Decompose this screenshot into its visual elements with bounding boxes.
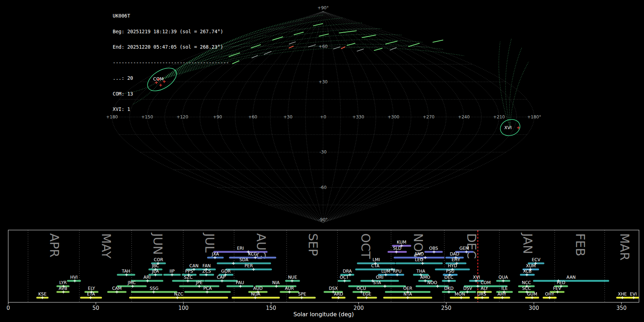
shower-peak-marker [125, 273, 128, 276]
svg-text:ELY: ELY [88, 286, 96, 291]
shower-peak-marker [206, 291, 209, 293]
svg-text:ZCS: ZCS [203, 269, 211, 274]
svg-text:XCB: XCB [523, 269, 532, 274]
shower-peak-marker [171, 273, 174, 276]
shower-peak-marker [146, 279, 149, 282]
svg-text:NDA: NDA [251, 292, 261, 297]
svg-text:-30: -30 [319, 150, 327, 155]
svg-text:OHY: OHY [545, 292, 554, 297]
shower-peak-marker [477, 285, 479, 288]
count-com: COM: 13 [113, 91, 229, 97]
svg-text:AUD: AUD [253, 286, 263, 291]
shower-peak-marker [73, 279, 76, 282]
shower-peak-marker [466, 291, 469, 293]
shower-peak-marker [116, 291, 118, 293]
svg-text:JPE: JPE [196, 280, 203, 285]
svg-text:AND: AND [414, 252, 424, 257]
shower-peak-marker [365, 296, 368, 299]
shower-peak-marker [460, 296, 463, 299]
shower-peak-marker [275, 285, 278, 288]
shower-peak-marker [198, 285, 201, 288]
shower-peak-marker [89, 296, 92, 299]
shower-bar-eri [213, 251, 268, 253]
svg-text:0: 0 [6, 305, 10, 311]
shower-peak-marker [501, 296, 504, 299]
shower-peak-marker [475, 279, 478, 282]
svg-text:GUM: GUM [527, 292, 537, 297]
shower-peak-marker [221, 279, 224, 282]
svg-text:JBC: JBC [151, 263, 159, 268]
svg-text:EGE: EGE [362, 292, 371, 297]
svg-text:NCC: NCC [522, 280, 531, 285]
svg-text:ORI: ORI [376, 275, 384, 280]
shower-peak-marker [384, 285, 386, 288]
svg-text:TAH: TAH [122, 269, 131, 274]
station-id: UK006T [113, 13, 229, 19]
svg-text:ALY: ALY [480, 286, 488, 291]
svg-text:+300: +300 [387, 114, 399, 119]
shower-bar-aan [533, 280, 609, 282]
svg-text:RPU: RPU [393, 269, 401, 274]
shower-bar-leo [395, 263, 443, 264]
svg-text:ERI: ERI [237, 246, 244, 251]
shower-peak-marker [421, 262, 424, 265]
svg-text:NOO: NOO [427, 280, 437, 285]
svg-text:ARI: ARI [143, 275, 151, 280]
svg-text:LMI: LMI [372, 257, 380, 262]
svg-text:JUN: JUN [151, 233, 165, 255]
svg-text:50: 50 [92, 305, 99, 311]
activity-chart: APRMAYJUNJULAUGSEPOCTNOVDECJANFEBMAR0501… [6, 230, 639, 318]
svg-text:NIA: NIA [272, 280, 280, 285]
svg-text:PAU: PAU [236, 280, 244, 285]
svg-text:DEC: DEC [444, 275, 453, 280]
svg-text:THA: THA [416, 269, 425, 274]
shower-peak-marker [531, 296, 533, 299]
svg-text:DSV: DSV [463, 286, 473, 291]
svg-text:GDR: GDR [221, 269, 231, 274]
svg-text:AAN: AAN [566, 275, 576, 280]
svg-text:ETA: ETA [87, 292, 95, 297]
shower-peak-marker [343, 279, 346, 282]
svg-text:KSE: KSE [38, 292, 47, 297]
svg-text:COR: COR [154, 257, 163, 262]
svg-text:OBS: OBS [429, 246, 438, 251]
observation-info: UK006T Beg: 20251219 18:12:39 (sol = 267… [113, 3, 229, 122]
svg-text:SSG: SSG [150, 286, 158, 291]
shower-peak-marker [300, 296, 303, 299]
svg-text:SZC: SZC [184, 275, 192, 280]
svg-text:COM: COM [480, 280, 491, 285]
svg-text:XVI: XVI [504, 125, 512, 130]
shower-peak-marker [526, 273, 528, 276]
svg-text:350: 350 [616, 305, 627, 311]
svg-text:LEO: LEO [415, 257, 424, 262]
svg-text:CAP: CAP [217, 275, 225, 280]
svg-text:XVI: XVI [473, 275, 480, 280]
svg-text:AMO: AMO [420, 275, 430, 280]
svg-text:ILE: ILE [501, 286, 508, 291]
shower-peak-marker [239, 285, 242, 288]
shower-peak-marker [448, 291, 450, 293]
svg-text:+30: +30 [283, 114, 292, 119]
shower-peak-marker [62, 291, 65, 293]
svg-text:AVB: AVB [59, 286, 67, 291]
shower-peak-marker [481, 296, 484, 299]
svg-text:SDA: SDA [239, 257, 249, 262]
svg-text:EHY: EHY [452, 257, 460, 262]
svg-text:JMC: JMC [127, 280, 136, 285]
shower-peak-marker [291, 279, 293, 282]
shower-peak-marker [214, 256, 216, 259]
svg-text:+240: +240 [458, 114, 470, 119]
svg-text:300: 300 [529, 305, 539, 311]
svg-text:SCC: SCC [522, 286, 531, 291]
svg-text:EVI: EVI [630, 292, 636, 297]
shower-peak-marker [348, 273, 351, 276]
svg-text:FEV: FEV [553, 286, 561, 291]
svg-text:+30: +30 [318, 79, 327, 84]
svg-text:SPE: SPE [298, 292, 306, 297]
svg-text:CAM: CAM [112, 286, 122, 291]
svg-text:+210: +210 [493, 114, 505, 119]
shower-peak-marker [384, 273, 387, 276]
shower-peak-marker [406, 296, 409, 299]
svg-text:200: 200 [353, 305, 364, 311]
svg-text:LUM: LUM [381, 269, 390, 274]
